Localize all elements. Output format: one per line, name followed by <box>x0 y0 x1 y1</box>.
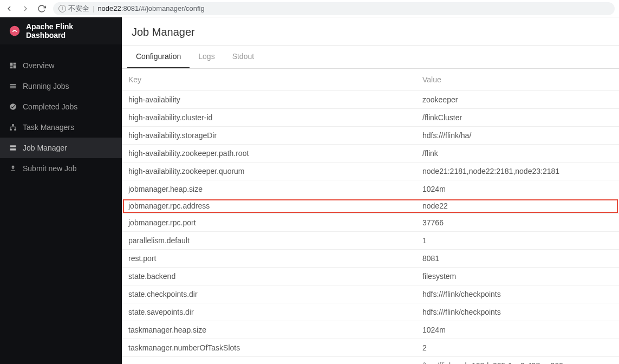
sidebar-item-running-jobs[interactable]: Running Jobs <box>0 76 122 96</box>
config-key: jobmanager.rpc.address <box>122 198 417 214</box>
config-key: state.checkpoints.dir <box>122 285 417 303</box>
sidebar-header[interactable]: Apache Flink Dashboard <box>0 17 122 44</box>
svg-rect-3 <box>10 87 16 88</box>
server-icon <box>9 144 17 152</box>
config-value: /flinkCluster <box>417 109 619 127</box>
config-value: hdfs:///flink/checkpoints <box>417 285 619 303</box>
table-row: taskmanager.numberOfTaskSlots2 <box>122 339 619 357</box>
back-icon[interactable] <box>4 4 14 14</box>
table-row: parallelism.default1 <box>122 232 619 250</box>
config-value: /tmp/flink-web-108de005-1ee3-497c-a069-1… <box>417 357 619 365</box>
table-row: jobmanager.rpc.port37766 <box>122 214 619 232</box>
table-row: state.backendfilesystem <box>122 268 619 285</box>
config-table: Key Value high-availabilityzookeeperhigh… <box>122 69 619 364</box>
sidebar-item-completed-jobs[interactable]: Completed Jobs <box>0 96 122 117</box>
sidebar-item-label: Completed Jobs <box>23 102 77 111</box>
config-key: high-availability <box>122 91 417 109</box>
table-row: high-availability.zookeeper.path.root/fl… <box>122 145 619 162</box>
content: Job Manager Configuration Logs Stdout Ke… <box>122 17 619 364</box>
sidebar-item-job-manager[interactable]: Job Manager <box>0 138 122 158</box>
config-key: high-availability.zookeeper.quorum <box>122 162 417 180</box>
svg-rect-6 <box>14 129 16 131</box>
config-key: state.backend <box>122 268 417 285</box>
sidebar-nav: Overview Running Jobs Completed Jobs Tas… <box>0 44 122 179</box>
url-path: /#/jobmanager/config <box>139 4 204 12</box>
sidebar: Apache Flink Dashboard Overview Running … <box>0 17 122 364</box>
config-value: node21:2181,node22:2181,node23:2181 <box>417 162 619 180</box>
config-value: 1 <box>417 232 619 250</box>
table-row: high-availabilityzookeeper <box>122 91 619 109</box>
flink-logo-icon <box>9 25 21 37</box>
config-key: jobmanager.rpc.port <box>122 214 417 232</box>
svg-rect-1 <box>10 84 16 85</box>
config-key: jobmanager.heap.size <box>122 180 417 198</box>
sidebar-item-label: Overview <box>23 61 54 70</box>
th-key: Key <box>122 69 417 91</box>
config-table-container: Key Value high-availabilityzookeeperhigh… <box>122 69 619 364</box>
sidebar-item-task-managers[interactable]: Task Managers <box>0 117 122 138</box>
tab-configuration[interactable]: Configuration <box>127 46 190 68</box>
table-row: high-availability.cluster-id/flinkCluste… <box>122 109 619 127</box>
config-value: 1024m <box>417 321 619 339</box>
tab-stdout[interactable]: Stdout <box>224 46 263 68</box>
sidebar-item-overview[interactable]: Overview <box>0 55 122 76</box>
config-key: high-availability.cluster-id <box>122 109 417 127</box>
config-key: high-availability.zookeeper.path.root <box>122 145 417 162</box>
app-title: Apache Flink Dashboard <box>26 22 113 40</box>
config-key: web.tmpdir <box>122 357 417 365</box>
running-icon <box>9 82 17 90</box>
sitemap-icon <box>9 123 17 132</box>
config-value: zookeeper <box>417 91 619 109</box>
table-row: high-availability.storageDirhdfs:///flin… <box>122 127 619 145</box>
page-title: Job Manager <box>132 26 609 38</box>
config-key: taskmanager.heap.size <box>122 321 417 339</box>
table-row: state.checkpoints.dirhdfs:///flink/check… <box>122 285 619 303</box>
svg-rect-5 <box>10 129 12 131</box>
sidebar-item-label: Task Managers <box>23 123 74 132</box>
tabs: Configuration Logs Stdout <box>122 46 619 69</box>
config-value: 1024m <box>417 180 619 198</box>
url-bar[interactable]: i 不安全 | node22:8081/#/jobmanager/config <box>53 2 615 15</box>
content-header: Job Manager <box>122 17 619 46</box>
th-value: Value <box>417 69 619 91</box>
reload-icon[interactable] <box>37 4 47 14</box>
sidebar-item-label: Submit new Job <box>23 164 77 173</box>
config-key: high-availability.storageDir <box>122 127 417 145</box>
browser-toolbar: i 不安全 | node22:8081/#/jobmanager/config <box>0 0 619 17</box>
url-port: :8081 <box>121 4 139 12</box>
svg-rect-8 <box>10 148 16 151</box>
config-value: hdfs:///flink/checkpoints <box>417 303 619 321</box>
sidebar-item-submit-job[interactable]: Submit new Job <box>0 158 122 179</box>
url-host: node22 <box>97 4 121 12</box>
config-key: rest.port <box>122 250 417 268</box>
forward-icon[interactable] <box>21 4 30 14</box>
svg-rect-7 <box>10 145 16 147</box>
upload-icon <box>9 164 17 173</box>
config-key: state.savepoints.dir <box>122 303 417 321</box>
config-value: 2 <box>417 339 619 357</box>
table-row: high-availability.zookeeper.quorumnode21… <box>122 162 619 180</box>
svg-rect-2 <box>10 86 16 87</box>
config-key: taskmanager.numberOfTaskSlots <box>122 339 417 357</box>
sidebar-item-label: Running Jobs <box>23 82 69 90</box>
config-value: node22 <box>417 198 619 214</box>
info-icon: i <box>58 5 66 12</box>
insecure-label: 不安全 <box>68 4 89 14</box>
table-row: taskmanager.heap.size1024m <box>122 321 619 339</box>
config-value: 8081 <box>417 250 619 268</box>
check-circle-icon <box>9 102 17 111</box>
table-row: jobmanager.heap.size1024m <box>122 180 619 198</box>
svg-rect-4 <box>12 124 14 126</box>
config-key: parallelism.default <box>122 232 417 250</box>
table-row: web.tmpdir/tmp/flink-web-108de005-1ee3-4… <box>122 357 619 365</box>
table-row: state.savepoints.dirhdfs:///flink/checkp… <box>122 303 619 321</box>
tab-logs[interactable]: Logs <box>190 46 223 68</box>
sidebar-item-label: Job Manager <box>23 144 67 152</box>
config-value: /flink <box>417 145 619 162</box>
config-value: filesystem <box>417 268 619 285</box>
dashboard-icon <box>9 61 17 70</box>
site-info[interactable]: i 不安全 <box>58 4 89 14</box>
config-value: hdfs:///flink/ha/ <box>417 127 619 145</box>
config-value: 37766 <box>417 214 619 232</box>
table-row: jobmanager.rpc.addressnode22 <box>122 198 619 214</box>
